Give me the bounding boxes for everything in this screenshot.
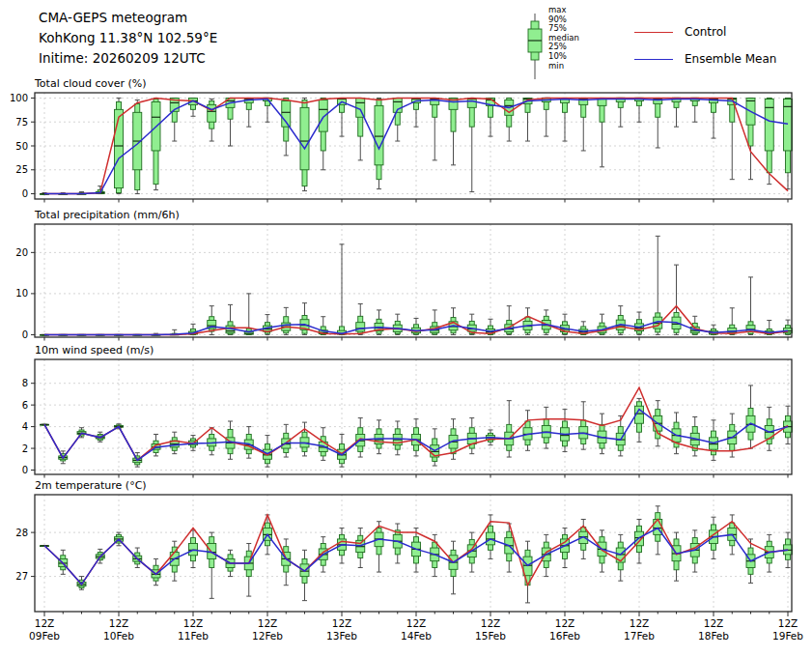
svg-text:16Feb: 16Feb: [549, 630, 580, 642]
svg-text:12Z: 12Z: [778, 617, 798, 629]
svg-text:2: 2: [22, 443, 28, 454]
svg-text:20: 20: [15, 247, 28, 258]
svg-text:2m temperature (°C): 2m temperature (°C): [35, 479, 147, 492]
svg-text:8: 8: [22, 378, 28, 388]
svg-text:14Feb: 14Feb: [401, 630, 432, 642]
svg-text:18Feb: 18Feb: [698, 630, 729, 642]
svg-text:12Z: 12Z: [183, 617, 204, 629]
svg-text:0: 0: [22, 465, 28, 475]
svg-text:50: 50: [15, 141, 28, 152]
svg-text:28: 28: [15, 528, 28, 538]
svg-text:11Feb: 11Feb: [178, 630, 209, 642]
svg-text:6: 6: [22, 400, 28, 411]
svg-text:12Z: 12Z: [481, 617, 501, 629]
svg-text:12Z: 12Z: [258, 617, 278, 629]
svg-text:10Feb: 10Feb: [103, 630, 134, 642]
svg-text:12Z: 12Z: [630, 617, 650, 629]
svg-text:Total cloud cover (%): Total cloud cover (%): [34, 77, 147, 90]
svg-text:10m wind speed (m/s): 10m wind speed (m/s): [35, 344, 154, 357]
svg-text:15Feb: 15Feb: [475, 630, 506, 642]
svg-text:0: 0: [22, 329, 28, 340]
svg-text:12Z: 12Z: [35, 617, 55, 629]
svg-text:12Z: 12Z: [406, 617, 427, 629]
svg-text:17Feb: 17Feb: [624, 630, 655, 642]
svg-text:Total precipitation (mm/6h): Total precipitation (mm/6h): [34, 209, 180, 221]
svg-text:19Feb: 19Feb: [772, 630, 803, 642]
svg-text:75: 75: [15, 117, 28, 128]
svg-text:12Z: 12Z: [704, 617, 724, 629]
svg-text:12Z: 12Z: [109, 617, 129, 629]
svg-text:09Feb: 09Feb: [29, 630, 60, 642]
svg-text:10: 10: [15, 288, 28, 299]
svg-text:25: 25: [15, 164, 28, 175]
svg-text:27: 27: [15, 571, 28, 582]
svg-text:12Z: 12Z: [332, 617, 352, 629]
svg-text:0: 0: [22, 188, 28, 199]
svg-text:12Z: 12Z: [555, 617, 575, 629]
svg-text:13Feb: 13Feb: [326, 630, 357, 642]
svg-text:100: 100: [10, 93, 28, 103]
meteogram-chart: 0255075100Total cloud cover (%)01020Tota…: [0, 0, 812, 657]
svg-text:12Feb: 12Feb: [252, 630, 283, 642]
svg-text:4: 4: [22, 421, 28, 432]
